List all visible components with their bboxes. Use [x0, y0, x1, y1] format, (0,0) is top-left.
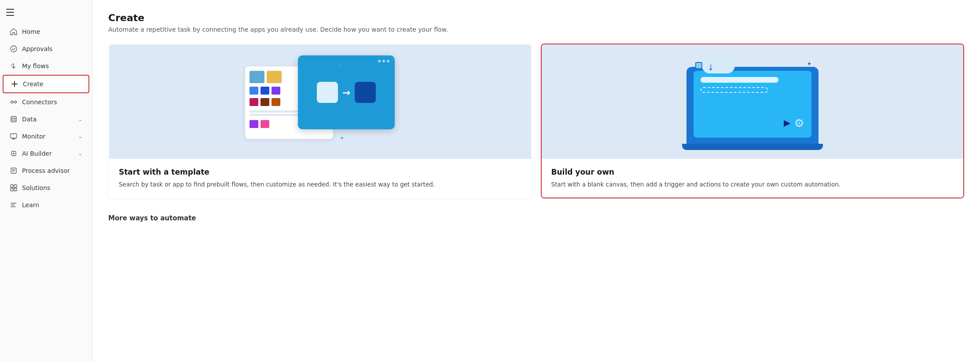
- sidebar-item-myflows-label: My flows: [22, 62, 82, 69]
- sidebar: Home Approvals My flows Create Connector: [0, 0, 92, 362]
- processadvisor-icon: [10, 167, 18, 175]
- solutions-icon: [10, 184, 18, 192]
- approvals-icon: [10, 45, 18, 53]
- sidebar-nav: Home Approvals My flows Create Connector: [0, 23, 92, 214]
- svg-rect-5: [11, 134, 17, 138]
- sidebar-item-create-label: Create: [23, 80, 81, 88]
- sidebar-item-monitor-label: Monitor: [22, 133, 74, 140]
- template-card-image: → ✦ ✦ ✦: [109, 44, 531, 159]
- template-card[interactable]: → ✦ ✦ ✦ Start with a template Search by …: [108, 44, 532, 198]
- sidebar-item-approvals-label: Approvals: [22, 45, 82, 52]
- sidebar-item-connectors-label: Connectors: [22, 99, 82, 106]
- sidebar-item-connectors[interactable]: Connectors: [3, 94, 89, 110]
- sidebar-item-solutions-label: Solutions: [22, 184, 82, 191]
- svg-rect-10: [11, 188, 13, 191]
- sidebar-item-approvals[interactable]: Approvals: [3, 40, 89, 57]
- aibuilder-chevron-icon: ⌄: [78, 151, 82, 157]
- myflows-icon: [10, 62, 18, 70]
- sidebar-item-learn-label: Learn: [22, 201, 82, 208]
- page-title: Create: [108, 12, 964, 23]
- template-card-body: Start with a template Search by task or …: [109, 159, 531, 197]
- create-icon: [11, 80, 18, 88]
- sidebar-item-solutions[interactable]: Solutions: [3, 179, 89, 196]
- build-illustration: ▶ ⚙ ↓: [678, 53, 827, 150]
- svg-point-2: [15, 101, 17, 103]
- sidebar-item-data[interactable]: Data ⌄: [3, 111, 89, 128]
- cards-row: → ✦ ✦ ✦ Start with a template Search by …: [108, 44, 964, 198]
- build-own-card-title: Build your own: [551, 168, 954, 176]
- svg-rect-9: [14, 185, 17, 187]
- page-subtitle: Automate a repetitive task by connecting…: [108, 26, 964, 33]
- svg-point-1: [11, 101, 13, 103]
- sidebar-item-home[interactable]: Home: [3, 23, 89, 40]
- more-section-hint: More ways to automate: [108, 211, 964, 222]
- aibuilder-icon: [10, 150, 18, 157]
- sidebar-item-aibuilder[interactable]: AI Builder ⌄: [3, 145, 89, 162]
- build-own-card-image: ▶ ⚙ ↓: [542, 44, 964, 159]
- sidebar-item-processadvisor-label: Process advisor: [22, 167, 82, 174]
- svg-rect-7: [11, 168, 16, 173]
- sidebar-item-learn[interactable]: Learn: [3, 197, 89, 213]
- build-own-card[interactable]: ▶ ⚙ ↓: [541, 44, 965, 198]
- sidebar-item-home-label: Home: [22, 28, 82, 35]
- svg-point-0: [11, 46, 17, 52]
- monitor-chevron-icon: ⌄: [78, 134, 82, 139]
- svg-rect-4: [11, 120, 16, 122]
- svg-rect-8: [11, 185, 13, 187]
- sidebar-item-aibuilder-label: AI Builder: [22, 150, 74, 157]
- template-illustration: → ✦ ✦ ✦: [241, 53, 399, 150]
- build-own-card-desc: Start with a blank canvas, then add a tr…: [551, 180, 954, 189]
- template-card-desc: Search by task or app to find prebuilt f…: [119, 180, 521, 189]
- svg-rect-11: [14, 188, 17, 191]
- connectors-icon: [10, 98, 18, 106]
- learn-icon: [10, 201, 18, 209]
- sidebar-item-myflows[interactable]: My flows: [3, 58, 89, 74]
- data-chevron-icon: ⌄: [78, 117, 82, 122]
- home-icon: [10, 28, 18, 36]
- sidebar-item-monitor[interactable]: Monitor ⌄: [3, 128, 89, 145]
- svg-rect-3: [11, 117, 16, 118]
- sidebar-item-data-label: Data: [22, 116, 74, 123]
- data-icon: [10, 115, 18, 123]
- sidebar-item-create[interactable]: Create: [3, 75, 89, 93]
- sidebar-item-processadvisor[interactable]: Process advisor: [3, 162, 89, 179]
- main-content: Create Automate a repetitive task by con…: [92, 0, 980, 362]
- template-card-title: Start with a template: [119, 168, 521, 176]
- build-own-card-body: Build your own Start with a blank canvas…: [542, 159, 964, 197]
- monitor-icon: [10, 132, 18, 140]
- hamburger-menu[interactable]: [5, 7, 16, 18]
